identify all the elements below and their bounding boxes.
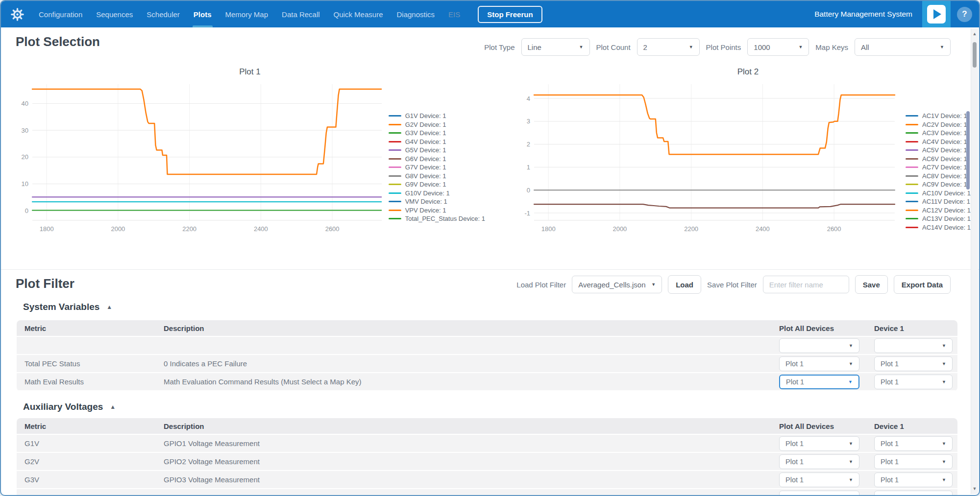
help-icon[interactable]: ? <box>957 7 972 22</box>
plot-points-dropdown[interactable]: 1000▼ <box>747 38 809 56</box>
table-row: G4VGPIO4 Voltage MeasurementPlot 1▼Plot … <box>17 489 957 496</box>
run-button[interactable] <box>922 1 951 27</box>
legend-label: AC8V Device: 1 <box>922 172 967 180</box>
legend-item[interactable]: G9V Device: 1 <box>389 180 485 189</box>
chevron-down-icon: ▼ <box>940 45 944 49</box>
series-color-dash <box>906 158 918 160</box>
plot-all-devices-dropdown[interactable]: Plot 1▼ <box>779 491 859 496</box>
device-1-dropdown[interactable]: Plot 1▼ <box>874 472 953 487</box>
legend-item[interactable]: VPV Device: 1 <box>389 206 485 215</box>
legend-item[interactable]: G4V Device: 1 <box>389 138 485 146</box>
legend-item[interactable]: AC4V Device: 1 <box>906 138 971 146</box>
legend-item[interactable]: G8V Device: 1 <box>389 172 485 181</box>
nav-item-scheduler[interactable]: Scheduler <box>140 1 187 27</box>
stop-freerun-button[interactable]: Stop Freerun <box>478 6 542 23</box>
plot-selection-title: Plot Selection <box>16 34 100 49</box>
legend-item[interactable]: AC13V Device: 1 <box>906 214 971 223</box>
scroll-up-icon[interactable]: ▲ <box>971 31 978 36</box>
svg-text:1: 1 <box>527 164 530 171</box>
series-color-dash <box>389 149 401 151</box>
plot-all-devices-dropdown[interactable]: Plot 1▼ <box>779 472 859 487</box>
nav-item-quick-measure[interactable]: Quick Measure <box>327 1 390 27</box>
svg-text:2400: 2400 <box>254 225 268 233</box>
legend-item[interactable]: G7V Device: 1 <box>389 163 485 172</box>
legend-item[interactable]: AC8V Device: 1 <box>906 172 971 181</box>
nav-item-diagnostics[interactable]: Diagnostics <box>390 1 441 27</box>
series-color-dash <box>906 210 918 211</box>
chevron-down-icon: ▼ <box>849 459 853 464</box>
legend-label: AC2V Device: 1 <box>922 121 967 128</box>
nav-item-configuration[interactable]: Configuration <box>32 1 89 27</box>
legend-item[interactable]: AC2V Device: 1 <box>906 120 971 129</box>
series-color-dash <box>906 132 918 134</box>
device-1-dropdown[interactable]: Plot 1▼ <box>874 454 953 469</box>
legend-label: AC3V Device: 1 <box>922 129 967 137</box>
load-button[interactable]: Load <box>668 275 701 294</box>
legend-item[interactable]: AC5V Device: 1 <box>906 146 971 155</box>
legend-label: AC6V Device: 1 <box>922 155 967 163</box>
nav-item-plots[interactable]: Plots <box>187 1 219 27</box>
export-data-button[interactable]: Export Data <box>894 275 951 294</box>
table-row: G2VGPIO2 Voltage MeasurementPlot 1▼Plot … <box>17 453 957 471</box>
plot-count-dropdown[interactable]: 2▼ <box>637 38 700 56</box>
column-header: Plot All Devices <box>779 422 874 430</box>
settings-gear-icon[interactable] <box>11 8 24 21</box>
device-1-dropdown[interactable]: Plot 1▼ <box>874 375 953 389</box>
scroll-down-icon[interactable]: ▼ <box>971 486 978 491</box>
nav-item-memory-map[interactable]: Memory Map <box>219 1 275 27</box>
load-plot-filter-label: Load Plot Filter <box>516 281 566 289</box>
plot-all-devices-dropdown[interactable]: Plot 1▼ <box>779 375 859 389</box>
device-1-dropdown[interactable]: Plot 1▼ <box>874 491 953 496</box>
plot-all-devices-dropdown[interactable]: Plot 1▼ <box>779 356 859 371</box>
plot-all-devices-dropdown[interactable]: Plot 1▼ <box>779 454 859 469</box>
device-1-dropdown[interactable]: Plot 1▼ <box>874 356 953 371</box>
legend-item[interactable]: AC9V Device: 1 <box>906 180 971 189</box>
section-toggle-auxiliary-voltages[interactable]: Auxiliary Voltages▲ <box>23 402 116 412</box>
page-scrollbar[interactable]: ▲ ▼ <box>971 28 978 494</box>
nav-item-data-recall[interactable]: Data Recall <box>275 1 327 27</box>
legend-label: AC10V Device: 1 <box>922 189 971 197</box>
plot-1-canvas[interactable]: 18002000220024002600010203040 <box>15 79 382 241</box>
legend-item[interactable]: AC6V Device: 1 <box>906 155 971 164</box>
plot-all-devices-dropdown[interactable]: ▼ <box>779 338 859 353</box>
legend-item[interactable]: VMV Device: 1 <box>389 197 485 206</box>
legend-item[interactable]: AC3V Device: 1 <box>906 129 971 138</box>
plot-type-dropdown[interactable]: Line▼ <box>521 38 590 56</box>
save-button[interactable]: Save <box>855 275 888 294</box>
svg-text:0: 0 <box>25 207 28 214</box>
map-keys-dropdown[interactable]: All▼ <box>855 38 951 56</box>
legend-item[interactable]: G6V Device: 1 <box>389 155 485 164</box>
legend-item[interactable]: AC14V Device: 1 <box>906 223 971 232</box>
filter-name-input[interactable] <box>763 276 849 293</box>
legend-item[interactable]: G2V Device: 1 <box>389 120 485 129</box>
nav-menu: ConfigurationSequencesSchedulerPlotsMemo… <box>32 1 467 27</box>
scrollbar-thumb[interactable] <box>973 42 977 68</box>
legend-item[interactable]: G3V Device: 1 <box>389 129 485 138</box>
device-1-dropdown[interactable]: ▼ <box>874 338 953 353</box>
legend-item[interactable]: AC1V Device: 1 <box>906 112 971 120</box>
svg-text:2000: 2000 <box>612 225 627 233</box>
plot-all-devices-dropdown[interactable]: Plot 1▼ <box>779 436 859 451</box>
series-color-dash <box>906 218 918 219</box>
nav-item-sequences[interactable]: Sequences <box>89 1 140 27</box>
series-color-dash <box>389 141 401 142</box>
legend-item[interactable]: AC10V Device: 1 <box>906 189 971 198</box>
description-cell: 0 Indicates a PEC Failure <box>164 359 779 368</box>
legend-scrollbar-thumb[interactable] <box>966 111 970 189</box>
series-color-dash <box>389 175 401 177</box>
section-toggle-system-variables[interactable]: System Variables▲ <box>23 302 112 312</box>
device-1-dropdown[interactable]: Plot 1▼ <box>874 436 953 451</box>
series-color-dash <box>906 192 918 194</box>
legend-item[interactable]: G5V Device: 1 <box>389 146 485 155</box>
navbar-right: Battery Management System ? <box>814 1 979 27</box>
legend-item[interactable]: Total_PEC_Status Device: 1 <box>389 214 485 223</box>
plot-2-canvas[interactable]: 18002000220024002600-101234 <box>516 79 899 241</box>
series-color-dash <box>389 115 401 117</box>
legend-label: G8V Device: 1 <box>405 172 446 180</box>
load-filter-dropdown[interactable]: Averaged_Cells.json ▼ <box>572 276 662 293</box>
legend-item[interactable]: G1V Device: 1 <box>389 112 485 120</box>
legend-item[interactable]: G10V Device: 1 <box>389 189 485 198</box>
legend-item[interactable]: AC7V Device: 1 <box>906 163 971 172</box>
legend-item[interactable]: AC12V Device: 1 <box>906 206 971 215</box>
legend-item[interactable]: AC11V Device: 1 <box>906 197 971 206</box>
